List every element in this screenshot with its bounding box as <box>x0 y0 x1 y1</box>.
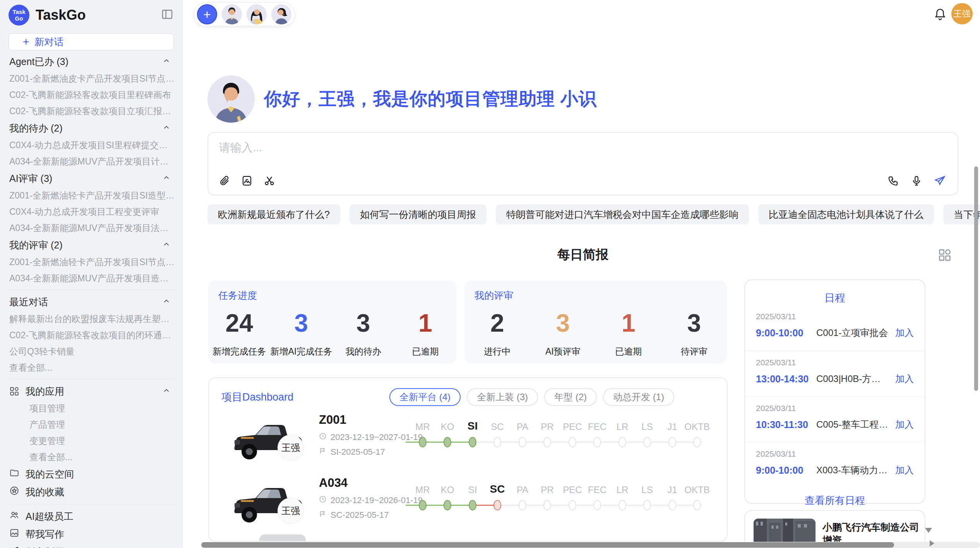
schedule-date: 2025/03/11 <box>756 312 914 321</box>
list-item[interactable]: Z001-全新燃油轻卡产品开发项目SI造型提交物评审 <box>9 187 175 204</box>
group-title-my-todo[interactable]: 我的待办 (2) <box>9 119 175 137</box>
project-flag-text: SC-2025-05-17 <box>331 510 389 520</box>
group-title-label: 最近对话 <box>9 296 48 308</box>
schedule-item: 2025/03/11 9:00-10:00 X003-车辆动力学性能验... 加… <box>745 442 925 488</box>
stat-label: 进行中 <box>464 346 530 358</box>
list-item[interactable]: A034-全新新能源MUV产品开发项目法规符合性评审 <box>9 220 175 236</box>
suggestion-chip[interactable]: 如何写一份清晰的项目周报 <box>350 204 487 224</box>
join-link[interactable]: 加入 <box>895 327 914 339</box>
list-item[interactable]: C02-飞腾新能源轻客改款项目的闭环通告反馈情况 <box>9 327 175 343</box>
sidebar-item-project-mgmt[interactable]: 项目管理 <box>9 400 175 416</box>
list-item[interactable]: A034-全新新能源MUV产品开发项目造型可行性评审 <box>9 270 175 286</box>
sidebar-item-creative-draw[interactable]: 创意制图 <box>9 543 175 548</box>
list-item[interactable]: A034-全新新能源MUV产品开发项目计划变更表编写 <box>9 153 175 170</box>
stat-label: 新增AI完成任务 <box>270 346 332 358</box>
stat-label: 待评审 <box>661 346 727 358</box>
app-title: TaskGo <box>36 7 86 23</box>
group-title-label: Agent已办 (3) <box>9 55 69 68</box>
sidebar-item-favorites[interactable]: 我的收藏 <box>9 483 175 501</box>
suggestion-chip[interactable]: 欧洲新规最近颁布了什么? <box>207 204 340 224</box>
schedule-event-title: C003|H0B-方案冻结评审 <box>816 373 890 385</box>
scissors-icon[interactable] <box>263 175 276 187</box>
divider <box>9 289 175 290</box>
list-item[interactable]: Z001-全新燃油皮卡产品开发项目SI节点Lesson Learn报告 <box>9 70 175 87</box>
image-upload-icon[interactable] <box>241 175 253 187</box>
stat-label: 新增完成任务 <box>208 346 270 358</box>
schedule-event-title: C001-立项审批会 <box>816 327 890 339</box>
suggestion-chip[interactable]: 特朗普可能对进口汽车增税会对中国车企造成哪些影响 <box>496 204 749 224</box>
group-title-recent-chats[interactable]: 最近对话 <box>9 293 175 311</box>
new-chat-button[interactable]: + 新对话 <box>9 33 174 50</box>
join-link[interactable]: 加入 <box>895 464 914 476</box>
dashboard-filters: 全新平台 (4) 全新上装 (3) 年型 (2) 动总开发 (1) <box>389 388 674 406</box>
user-avatar[interactable]: 王强 <box>951 3 973 24</box>
sidebar-item-product-mgmt[interactable]: 产品管理 <box>9 416 175 433</box>
group-title-my-apps[interactable]: 我的应用 <box>9 382 175 400</box>
schedule-time: 9:00-10:00 <box>756 465 809 476</box>
chat-input[interactable] <box>219 141 838 154</box>
sidebar-item-write-helper[interactable]: 帮我写作 <box>9 525 175 543</box>
filter-tab-new-body[interactable]: 全新上装 (3) <box>467 388 538 406</box>
stat-value: 3 <box>332 311 394 336</box>
folder-icon <box>9 468 19 480</box>
schedule-event-title: X003-车辆动力学性能验... <box>816 464 890 476</box>
view-all-chats[interactable]: 查看全部... <box>9 360 175 376</box>
project-code: A034 <box>319 476 348 490</box>
panel-toggle-icon <box>161 8 174 22</box>
agent-avatar-woman-long-hair[interactable] <box>247 4 267 24</box>
join-link[interactable]: 加入 <box>895 418 914 431</box>
list-item[interactable]: C02-飞腾新能源轻客改款项目立项汇报方案 <box>9 103 175 119</box>
schedule-time: 9:00-10:00 <box>756 327 809 339</box>
chevron-up-icon <box>162 386 171 397</box>
scroll-right-arrow-icon[interactable] <box>930 540 934 546</box>
notifications-bell-icon[interactable] <box>934 8 946 21</box>
vertical-scrollbar-thumb[interactable] <box>974 166 978 391</box>
suggestion-chip[interactable]: 比亚迪全固态电池计划具体说了什么 <box>758 204 934 224</box>
list-item[interactable]: 公司Q3轻卡销量 <box>9 343 175 360</box>
attachment-paperclip-icon[interactable] <box>218 175 231 187</box>
add-agent-button[interactable]: + <box>197 4 217 24</box>
chevron-up-icon <box>162 123 171 134</box>
agent-crew-bar: + <box>194 2 295 26</box>
list-item[interactable]: C0X4-动力总成开发项目工程变更评审 <box>9 204 175 220</box>
sidebar-item-cloud-space[interactable]: 我的云空间 <box>9 465 175 483</box>
schedule-event-title: C005-整车工程目标评审 <box>816 418 890 431</box>
clock-icon <box>319 432 327 442</box>
project-row[interactable]: 王强 A034 2023-12-19~2026-01-19 SC-2025-05… <box>209 472 727 534</box>
project-row[interactable]: 王强 Z001 2023-12-19~2027-01-19 SI-2025-05… <box>209 409 727 471</box>
phone-call-icon[interactable] <box>887 175 899 187</box>
filter-tab-powertrain[interactable]: 动总开发 (1) <box>603 388 674 406</box>
view-all-apps[interactable]: 查看全部... <box>9 449 175 465</box>
owner-name: 王强 <box>281 442 300 454</box>
briefing-layout-grid-icon[interactable] <box>937 248 952 262</box>
flag-icon <box>319 510 327 520</box>
card-title: 任务进度 <box>218 289 257 302</box>
sidebar-item-change-mgmt[interactable]: 变更管理 <box>9 433 175 449</box>
list-item[interactable]: C02-飞腾新能源轻客改款项目里程碑画布 <box>9 87 175 103</box>
view-all-schedule-link[interactable]: 查看所有日程 <box>745 494 925 507</box>
group-title-ai-review[interactable]: AI评审 (3) <box>9 170 175 187</box>
filter-tab-year-model[interactable]: 年型 (2) <box>544 388 597 406</box>
agent-avatar-woman-bun[interactable] <box>271 4 291 24</box>
stat-value: 1 <box>596 311 661 336</box>
sidebar-collapse-button[interactable] <box>160 8 175 22</box>
horizontal-scrollbar-thumb[interactable] <box>201 542 894 548</box>
scroll-down-arrow-icon[interactable] <box>925 528 932 533</box>
horizontal-scrollbar-track[interactable] <box>201 542 980 548</box>
list-item[interactable]: C0X4-动力总成开发项目SI里程碑提交物检查 <box>9 137 175 153</box>
filter-tab-new-platform[interactable]: 全新平台 (4) <box>389 388 461 406</box>
sidebar-item-ai-staff[interactable]: AI超级员工 <box>9 507 175 525</box>
group-title-label: 我的应用 <box>26 385 64 398</box>
send-icon[interactable] <box>934 175 946 187</box>
list-item[interactable]: 解释最新出台的欧盟报废车法规再生塑料比例被调至15%... <box>9 311 175 327</box>
group-title-my-review[interactable]: 我的评审 (2) <box>9 236 175 254</box>
agent-avatar-man[interactable] <box>222 4 242 24</box>
schedule-date: 2025/03/11 <box>756 404 914 413</box>
list-item[interactable]: Z001-全新燃油轻卡产品开发项目SI节点属性5D文件评审 <box>9 254 175 270</box>
main-area: + 王强 你好，王强，我是你的项目管理助理 小识 <box>183 0 980 548</box>
join-link[interactable]: 加入 <box>895 373 914 385</box>
microphone-icon[interactable] <box>910 175 923 187</box>
group-title-agent-done[interactable]: Agent已办 (3) <box>9 53 175 70</box>
app-logo-bottom: Go <box>15 15 23 22</box>
stat-review-overdue: 1 已逾期 <box>596 311 661 358</box>
